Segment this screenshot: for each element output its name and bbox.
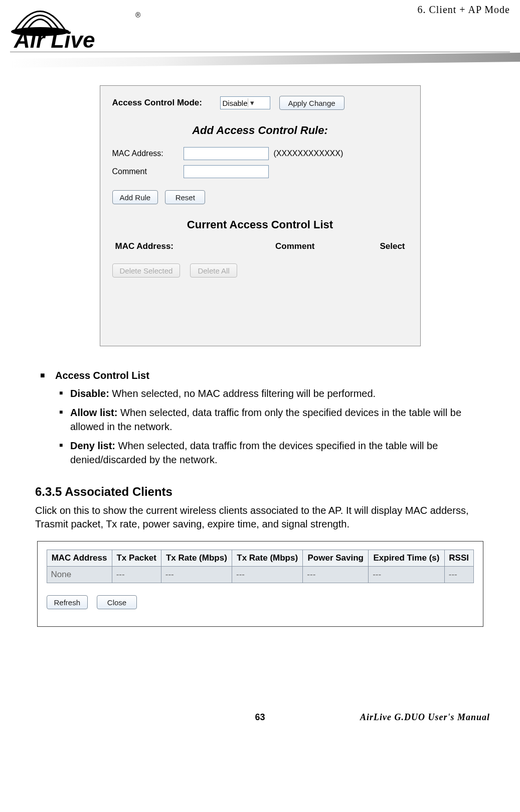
svg-text:Air Live: Air Live (14, 28, 95, 50)
th-rssi: RSSI (444, 550, 473, 567)
cell-expired-time: --- (369, 567, 445, 583)
th-expired-time: Expired Time (s) (369, 550, 445, 567)
page-number: 63 (255, 712, 265, 723)
delete-selected-button: Delete Selected (112, 263, 181, 278)
page-footer: 63 AirLive G.DUO User's Manual (0, 712, 520, 735)
comment-input[interactable] (184, 165, 269, 178)
cell-rssi: --- (444, 567, 473, 583)
reset-button[interactable]: Reset (165, 190, 205, 204)
cell-mac: None (47, 567, 112, 583)
access-control-panel: Access Control Mode: Disable ▾ Apply Cha… (100, 85, 421, 346)
add-rule-button[interactable]: Add Rule (112, 190, 158, 204)
th-select: Select (345, 241, 405, 251)
th-comment: Comment (245, 241, 345, 251)
table-header-row: MAC Address Tx Packet Tx Rate (Mbps) Tx … (47, 550, 473, 567)
chevron-down-icon: ▾ (248, 98, 268, 107)
list-item: ■ Disable: When selected, no MAC address… (59, 386, 480, 400)
delete-all-button: Delete All (190, 263, 237, 278)
page-header: Air Live ® 6. Client + AP Mode (0, 0, 520, 70)
refresh-button[interactable]: Refresh (47, 595, 88, 609)
item-text: When selected, no MAC address filtering … (109, 388, 376, 399)
header-rule-line (10, 52, 510, 53)
th-tx-packet: Tx Packet (112, 550, 161, 567)
th-tx-rate-2: Tx Rate (Mbps) (232, 550, 303, 567)
current-list-title: Current Access Control List (112, 218, 408, 231)
explain-heading: Access Control List (55, 370, 149, 381)
add-rule-title: Add Access Control Rule: (112, 124, 408, 137)
associated-clients-panel: MAC Address Tx Packet Tx Rate (Mbps) Tx … (37, 541, 483, 627)
clients-table: MAC Address Tx Packet Tx Rate (Mbps) Tx … (47, 550, 474, 583)
item-text: When selected, data traffic from only th… (70, 407, 461, 432)
square-bullet-icon: ■ (40, 368, 55, 382)
section-paragraph: Click on this to show the current wirele… (35, 504, 485, 531)
square-bullet-icon: ■ (59, 386, 70, 400)
header-rule-shade (10, 53, 520, 68)
square-bullet-icon: ■ (59, 439, 70, 467)
item-text: When selected, data traffic from the dev… (70, 440, 438, 465)
table-row: None --- --- --- --- --- --- (47, 567, 473, 583)
acl-table-header: MAC Address: Comment Select (112, 241, 408, 251)
chapter-label: 6. Client + AP Mode (417, 4, 510, 16)
mac-address-label: MAC Address: (112, 149, 178, 158)
th-mac: MAC Address: (115, 241, 245, 251)
mac-hint: (XXXXXXXXXXXX) (274, 149, 343, 158)
comment-label: Comment (112, 167, 178, 176)
explanation-block: ■ Access Control List ■ Disable: When se… (40, 368, 480, 467)
section-heading: 6.3.5 Associated Clients (35, 485, 485, 499)
manual-title: AirLive G.DUO User's Manual (360, 712, 490, 723)
square-bullet-icon: ■ (59, 405, 70, 434)
logo: Air Live ® (10, 3, 145, 52)
cell-tx-packet: --- (112, 567, 161, 583)
mac-address-input[interactable] (184, 147, 269, 160)
acm-label: Access Control Mode: (112, 98, 205, 108)
th-power-saving: Power Saving (303, 550, 369, 567)
item-label: Disable: (70, 388, 109, 399)
list-item: ■ Deny list: When selected, data traffic… (59, 439, 480, 467)
list-item: ■ Allow list: When selected, data traffi… (59, 405, 480, 434)
acm-select[interactable]: Disable ▾ (220, 96, 270, 109)
acm-select-value: Disable (223, 99, 248, 107)
th-mac-address: MAC Address (47, 550, 112, 567)
cell-power-saving: --- (303, 567, 369, 583)
item-label: Allow list: (70, 407, 117, 418)
svg-text:®: ® (135, 11, 141, 19)
close-button[interactable]: Close (97, 595, 137, 609)
cell-tx-rate-1: --- (161, 567, 232, 583)
cell-tx-rate-2: --- (232, 567, 303, 583)
apply-change-button[interactable]: Apply Change (279, 96, 344, 110)
th-tx-rate-1: Tx Rate (Mbps) (161, 550, 232, 567)
item-label: Deny list: (70, 440, 115, 451)
